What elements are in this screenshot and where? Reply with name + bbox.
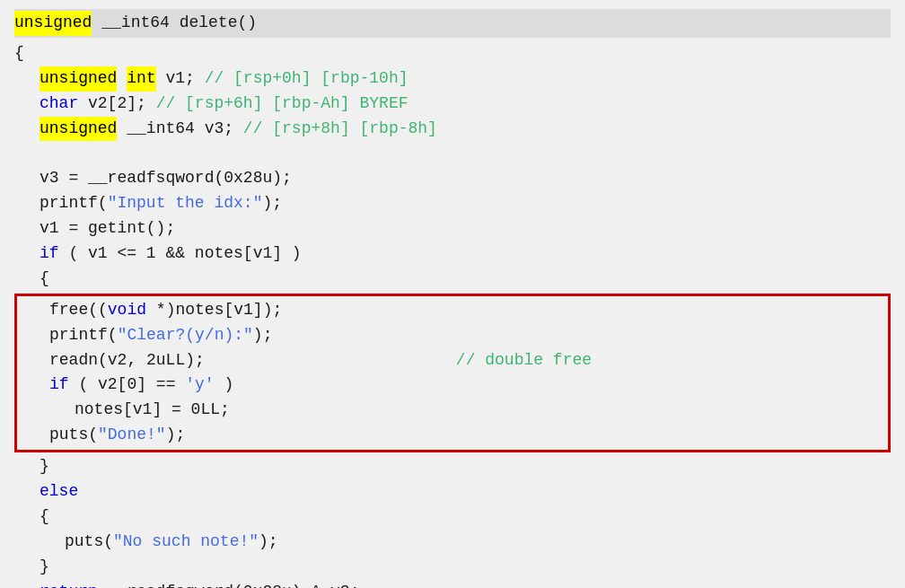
blank-1 — [14, 141, 891, 166]
line-else-open: { — [40, 505, 891, 530]
line-v3-decl: unsigned __int64 v3; // [rsp+8h] [rbp-8h… — [40, 117, 891, 142]
line-return: return __readfsqword(0x28u) ^ v3; — [40, 580, 891, 588]
line-puts-no-note: puts( "No such note!" ); — [65, 530, 891, 555]
code-container: unsigned __int64 delete() { unsigned int… — [0, 0, 905, 588]
line-if-open: { — [40, 267, 891, 292]
kw-int: int — [127, 66, 155, 92]
line-if-v2: if ( v2[0] == 'y' ) — [49, 373, 881, 398]
kw-unsigned-1: unsigned — [40, 66, 117, 92]
keyword-unsigned: unsigned — [14, 11, 92, 36]
line-puts-done: puts( "Done!" ); — [49, 423, 881, 448]
header-rest: __int64 delete() — [92, 11, 257, 36]
line-if-close: } — [40, 454, 891, 479]
line-free: free(( void *)notes[v1]); — [49, 298, 881, 323]
line-v2-decl: char v2[2]; // [rsp+6h] [rbp-Ah] BYREF — [40, 92, 891, 117]
line-open-brace: { — [14, 41, 891, 66]
line-printf-2: printf( "Clear?(y/n):" ); — [49, 323, 881, 348]
kw-unsigned-2: unsigned — [40, 117, 117, 142]
line-getint: v1 = getint(); — [40, 216, 891, 241]
line-v3-assign: v3 = __readfsqword(0x28u); — [40, 166, 891, 191]
line-notes-zero: notes[v1] = 0LL; — [75, 398, 881, 423]
line-readn: readn(v2, 2uLL); // double free — [49, 348, 881, 373]
double-free-highlight: free(( void *)notes[v1]); printf( "Clear… — [14, 294, 891, 452]
line-else-close: } — [40, 555, 891, 580]
function-header: unsigned __int64 delete() — [14, 9, 891, 38]
line-if: if ( v1 <= 1 && notes[v1] ) — [40, 241, 891, 267]
line-printf-1: printf( "Input the idx:" ); — [40, 191, 891, 216]
line-v1-decl: unsigned int v1; // [rsp+0h] [rbp-10h] — [40, 66, 891, 92]
line-else: else — [40, 479, 891, 505]
